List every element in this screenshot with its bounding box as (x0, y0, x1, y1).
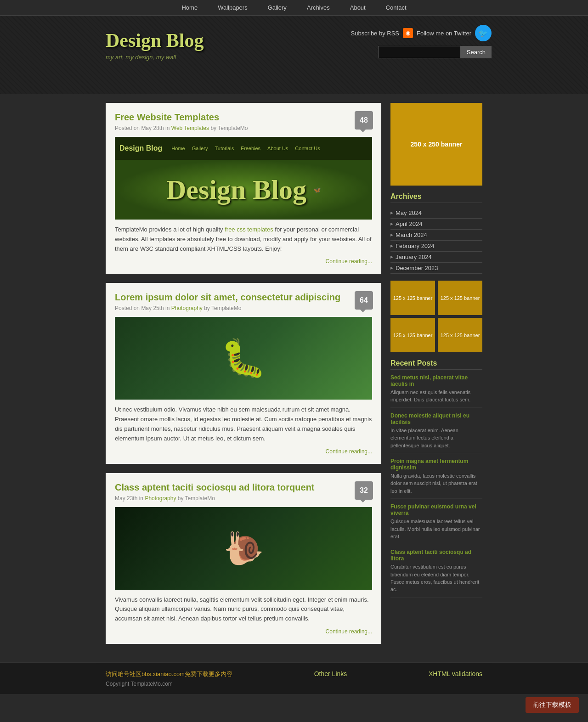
archive-link[interactable]: March 2024 (390, 231, 482, 238)
search-form: Search (378, 46, 492, 58)
archive-link[interactable]: February 2024 (390, 243, 482, 249)
comment-count-1[interactable]: 48 (355, 111, 373, 130)
recent-post-excerpt: Aliquam nec est quis felis venenatis imp… (390, 389, 470, 402)
twitter-icon[interactable]: 🐦 (475, 25, 492, 41)
archive-item: April 2024 (390, 219, 482, 230)
footer-inner: 访问咱号社区bbs.xianiao.com免费下载更多内容 Copyright … (96, 663, 492, 694)
post-image-1: Design Blog Home Gallery Tutorials Freeb… (115, 137, 372, 220)
archives-section: Archives May 2024April 2024March 2024Feb… (390, 192, 482, 274)
recent-posts-title: Recent Posts (390, 359, 482, 370)
post-2: 64 Lorem ipsum dolor sit amet, consectet… (106, 283, 381, 463)
banner-grid: 125 x 125 banner125 x 125 banner125 x 12… (390, 281, 482, 352)
post-author-1: TemplateMo (218, 125, 248, 131)
recent-posts-section: Recent Posts Sed metus nisl, placerat vi… (390, 359, 482, 598)
logo-subtitle: my art, my design, my wall (106, 54, 204, 61)
continue-reading-1: Continue reading... (115, 258, 372, 265)
nav-item-about[interactable]: About (340, 0, 376, 16)
nav-item-archives[interactable]: Archives (297, 0, 340, 16)
post-meta-2: Posted on May 25th in Photography by Tem… (115, 305, 372, 311)
recent-post-item: Proin magna amet fermentum dignissimNull… (390, 458, 482, 499)
nav-item-wallpapers[interactable]: Wallpapers (208, 0, 258, 16)
search-input[interactable] (378, 46, 461, 58)
recent-post-item: Sed metus nisl, placerat vitae iaculis i… (390, 374, 482, 408)
small-banner[interactable]: 125 x 125 banner (390, 281, 435, 315)
archives-title: Archives (390, 192, 482, 203)
post-title-2: Lorem ipsum dolor sit amet, consectetur … (115, 292, 372, 303)
recent-post-title[interactable]: Class aptent taciti sociosqu ad litora (390, 549, 482, 562)
recent-post-title[interactable]: Sed metus nisl, placerat vitae iaculis i… (390, 374, 482, 387)
recent-post-excerpt: In vitae placerat enim. Aenean elementum… (390, 428, 458, 448)
continue-reading-3: Continue reading... (115, 628, 372, 635)
footer-left: 访问咱号社区bbs.xianiao.com免费下载更多内容 Copyright … (106, 670, 232, 687)
top-nav: HomeWallpapersGalleryArchivesAboutContac… (0, 0, 588, 16)
continue-link-3[interactable]: Continue reading... (326, 628, 372, 635)
post-author-2: TemplateMo (211, 305, 241, 311)
recent-posts-list: Sed metus nisl, placerat vitae iaculis i… (390, 374, 482, 598)
rss-icon[interactable] (403, 28, 413, 38)
follow-text: Follow me on Twitter (417, 30, 471, 37)
post-meta-1: Posted on May 28th in Web Templates by T… (115, 125, 372, 131)
post-3: 32 Class aptent taciti sociosqu ad litor… (106, 473, 381, 644)
footer-center: Other Links (314, 670, 347, 680)
recent-post-item: Donec molestie aliquet nisi eu facilisis… (390, 412, 482, 453)
xhtml-title: XHTML validations (429, 670, 482, 677)
post-title-link-1[interactable]: Free Website Templates (115, 112, 219, 122)
archive-item: May 2024 (390, 208, 482, 219)
search-button[interactable]: Search (461, 46, 492, 58)
continue-link-2[interactable]: Continue reading... (326, 448, 372, 455)
chinese-promo: 访问咱号社区bbs.xianiao.com免费下载更多内容 (106, 670, 232, 678)
archive-item: March 2024 (390, 230, 482, 241)
sidebar: 250 x 250 banner Archives May 2024April … (390, 103, 482, 653)
ad-banner-large[interactable]: 250 x 250 banner (390, 103, 482, 186)
post-category-2[interactable]: Photography (171, 305, 203, 311)
bug-emoji: 🐛 (220, 337, 266, 380)
post-category-1[interactable]: Web Templates (171, 125, 209, 131)
nav-item-home[interactable]: Home (171, 0, 208, 16)
css-templates-link[interactable]: free css templates (225, 226, 273, 233)
post-author-3: TemplateMo (185, 495, 215, 502)
archive-link[interactable]: May 2024 (390, 209, 482, 216)
recent-post-title[interactable]: Proin magna amet fermentum dignissim (390, 458, 482, 471)
header-right: Subscribe by RSS Follow me on Twitter 🐦 … (351, 25, 492, 58)
post-image-3: 🐌 (115, 507, 372, 590)
post-title-1: Free Website Templates (115, 112, 372, 123)
recent-post-item: Fusce pulvinar euismod urna vel viverraQ… (390, 503, 482, 544)
continue-link-1[interactable]: Continue reading... (326, 258, 372, 265)
comment-count-2[interactable]: 64 (355, 291, 373, 310)
small-banner[interactable]: 125 x 125 banner (438, 318, 482, 352)
subscribe-text: Subscribe by RSS (351, 30, 400, 37)
recent-post-title[interactable]: Fusce pulvinar euismod urna vel viverra (390, 503, 482, 516)
archive-item: February 2024 (390, 241, 482, 252)
recent-post-excerpt: Quisque malesuada laoreet tellus vel iac… (390, 519, 480, 539)
post-title-link-2[interactable]: Lorem ipsum dolor sit amet, consectetur … (115, 292, 340, 302)
post-excerpt-1: TemplateMo provides a lot of high qualit… (115, 225, 372, 254)
archive-item: December 2023 (390, 263, 482, 274)
recent-post-title[interactable]: Donec molestie aliquet nisi eu facilisis (390, 412, 482, 425)
caterpillar-emoji: 🐌 (224, 530, 264, 567)
copyright: Copyright TemplateMo.com (106, 681, 232, 687)
other-links-title: Other Links (314, 670, 347, 677)
post-title-3: Class aptent taciti sociosqu ad litora t… (115, 482, 372, 493)
post-image-2: 🐛 (115, 317, 372, 400)
small-banner[interactable]: 125 x 125 banner (390, 318, 435, 352)
nav-item-gallery[interactable]: Gallery (258, 0, 297, 16)
content-area: 48 Free Website Templates Posted on May … (106, 103, 381, 653)
continue-reading-2: Continue reading... (115, 448, 372, 455)
site-header: Design Blog my art, my design, my wall S… (0, 16, 588, 94)
archive-link[interactable]: December 2023 (390, 265, 482, 271)
logo-title: Design Blog (106, 29, 204, 51)
recent-post-excerpt: Curabitur vestibulum est eu purus bibend… (390, 564, 479, 592)
logo: Design Blog my art, my design, my wall (106, 29, 204, 61)
main-container: 48 Free Website Templates Posted on May … (96, 94, 492, 662)
small-banner[interactable]: 125 x 125 banner (438, 281, 482, 315)
archive-item: January 2024 (390, 252, 482, 263)
post-title-link-3[interactable]: Class aptent taciti sociosqu ad litora t… (115, 482, 315, 492)
nav-item-contact[interactable]: Contact (376, 0, 417, 16)
archive-link[interactable]: April 2024 (390, 220, 482, 227)
archive-list: May 2024April 2024March 2024February 202… (390, 208, 482, 274)
comment-count-3[interactable]: 32 (355, 481, 373, 500)
post-1: 48 Free Website Templates Posted on May … (106, 103, 381, 274)
archive-link[interactable]: January 2024 (390, 254, 482, 260)
post-category-3[interactable]: Photography (145, 495, 176, 502)
recent-post-item: Class aptent taciti sociosqu ad litoraCu… (390, 549, 482, 598)
